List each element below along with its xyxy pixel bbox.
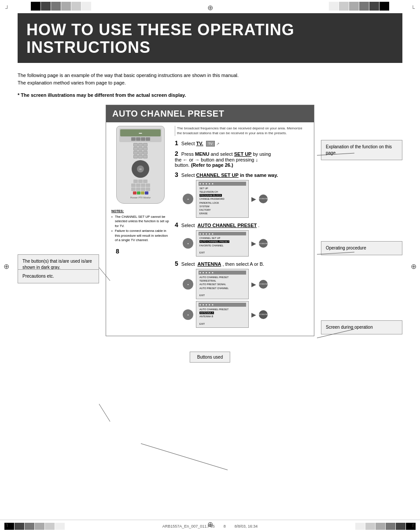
bottom-cb-7 — [355, 523, 365, 530]
color-block-2 — [41, 2, 51, 11]
remote-nav-center: OK — [137, 165, 144, 172]
color-block-11 — [369, 2, 379, 11]
screen-header-5b: ■■■■■ — [199, 303, 246, 307]
step-5-text: Select ANTENNA , then select A or B. — [181, 261, 264, 267]
callout-explanation: Explanation of the function on this page… — [321, 140, 402, 160]
set-enter-3: SET/ENTER — [259, 194, 268, 203]
crosshair-right: ⊕ — [411, 262, 416, 270]
crop-mark-tr: └ — [411, 5, 415, 11]
screen-box-5b: ■■■■■ AUTO CHANNEL PRESET ANTENNA A ANTE… — [196, 301, 249, 328]
remote-btn — [131, 137, 136, 141]
bottom-cb-11 — [396, 523, 405, 530]
remote-misc-buttons — [119, 180, 162, 183]
section-header: AUTO CHANNEL PRESET — [106, 105, 314, 122]
step-5: 5 Select ANTENNA , then select A or B. ●… — [175, 260, 310, 328]
notes-section: NOTES: The CHANNEL SET UP cannot be sele… — [110, 207, 171, 245]
bottom-cb-9 — [376, 523, 385, 530]
color-block-1 — [31, 2, 41, 11]
screen-content-5a: AUTO CHANNEL PRESET TERRESTRIAL AUTO PRE… — [199, 275, 246, 298]
screen-content-3: SET UP TELEVISION CH PROGRAM BLOCK CHANG… — [199, 186, 246, 216]
set-enter-5a: SET/ENTER — [259, 280, 268, 289]
step-3-num: 3 — [175, 171, 178, 178]
arrow-right-4: ▶ — [251, 240, 256, 247]
nav-circle-3: ● — [183, 194, 193, 204]
screen-content-5b: AUTO CHANNEL PRESET ANTENNA A ANTENNA B … — [199, 307, 246, 326]
remote-nav-circle: OK — [132, 160, 149, 178]
remote-btn — [146, 137, 150, 141]
screen-content-4: CHANNEL SET UP AUTO CHANNEL PRESET FAVOR… — [199, 236, 246, 255]
remote-top-buttons — [120, 137, 161, 141]
tv-icon: TV — [206, 141, 215, 147]
arrow-right-5a: ▶ — [251, 281, 256, 288]
remote-screen: ■■■ — [120, 129, 161, 136]
diagram-border: AUTO CHANNEL PRESET ■■■ — [106, 105, 314, 336]
intro-line2: The explanation method varies from page … — [18, 79, 402, 87]
page-title: HOW TO USE THESE OPERATING INSTRUCTIONS — [26, 21, 394, 56]
callout-buttons-used: Buttons used — [190, 352, 230, 363]
callout-operating-procedure: Operating procedure — [321, 241, 402, 255]
step-4-screen: ● ■■■■■ CHANNEL SET UP AUTO CHANNEL PRES… — [183, 230, 310, 257]
arrow-right-3: ▶ — [251, 195, 256, 202]
crop-mark-bl: ┐ — [5, 521, 9, 527]
remote-btn — [136, 137, 140, 141]
set-enter-5b: SET/ENTER — [259, 310, 268, 319]
color-block-12 — [379, 2, 389, 11]
nav-circle-5a: ● — [183, 279, 193, 290]
screen-header-5a: ■■■■■ — [199, 271, 246, 275]
right-column: The broadcast frequencies that can be re… — [175, 126, 310, 331]
svg-line-5 — [141, 444, 228, 470]
nav-circle-5b: ● — [183, 309, 193, 320]
bottom-color-blocks-left — [4, 523, 65, 530]
step-3: 3 Select CHANNEL SET UP in the same way.… — [175, 171, 310, 218]
color-block-8 — [339, 2, 349, 11]
step-2-num: 2 — [175, 150, 178, 157]
arrow-right-5b: ▶ — [251, 311, 256, 318]
screen-box-3: ■■■■■ SET UP TELEVISION CH PROGRAM BLOCK… — [196, 180, 249, 218]
step-1: 1 Select TV. TV ↗ — [175, 139, 310, 147]
color-block-3 — [51, 2, 61, 11]
set-enter-4: SET/ENTER — [259, 239, 268, 248]
notes-item-1: The CHANNEL SET UP cannot be selected un… — [111, 215, 169, 229]
bottom-cb-4 — [35, 523, 44, 530]
color-block-5 — [71, 2, 81, 11]
color-block-10 — [359, 2, 369, 11]
color-block-6 — [81, 2, 91, 11]
bottom-cb-3 — [25, 523, 34, 530]
step-1-text: Select TV. TV ↗ — [181, 141, 220, 146]
step-4-text: Select AUTO CHANNEL PRESET . — [181, 223, 259, 228]
nav-circle-4: ● — [183, 238, 193, 249]
diagram-area: AUTO CHANNEL PRESET ■■■ — [18, 105, 402, 336]
bottom-color-blocks-right — [355, 523, 416, 530]
intro-text: The following page is an example of the … — [18, 72, 402, 86]
notes-title: NOTES: — [111, 209, 169, 214]
intro-warning: * The screen illustrations may be differ… — [18, 92, 402, 98]
callout-precautions: Precautions etc. — [18, 269, 99, 283]
bottom-cb-6 — [55, 523, 65, 530]
step-3-text: Select CHANNEL SET UP in the same way. — [181, 172, 278, 178]
remote-control: ■■■ — [116, 126, 165, 204]
step-3-screen: ● ■■■■■ SET UP TELEVISION CH PROGRAM BLO… — [183, 180, 310, 218]
step-1-num: 1 — [175, 139, 178, 147]
step-4: 4 Select AUTO CHANNEL PRESET . ● ■■■■■ — [175, 221, 310, 257]
left-column: ■■■ — [110, 126, 171, 331]
crop-mark-br: ┌ — [411, 521, 415, 527]
bottom-cb-2 — [15, 523, 24, 530]
remote-top-section: ■■■ — [119, 128, 162, 142]
notes-item-2: Failure to connect antanna cable in this… — [111, 229, 169, 243]
crop-mark-tl: ┘ — [5, 5, 9, 11]
bottom-pagenum: 8 — [224, 524, 226, 528]
screen-header-3: ■■■■■ — [199, 182, 246, 186]
crosshair-left: ⊕ — [4, 262, 9, 270]
bottom-date: 8/8/03, 16:34 — [235, 524, 258, 528]
bottom-cb-5 — [45, 523, 55, 530]
step-5a-screen: ● ■■■■■ AUTO CHANNEL PRESET TERRESTRIAL … — [183, 269, 310, 299]
bottom-cb-8 — [365, 523, 375, 530]
main-content: HOW TO USE THESE OPERATING INSTRUCTIONS … — [18, 13, 402, 514]
screen-box-4: ■■■■■ CHANNEL SET UP AUTO CHANNEL PRESET… — [196, 230, 249, 257]
remote-row4 — [119, 191, 162, 194]
step-2: 2 Press MENU and select SET UP by using … — [175, 150, 310, 168]
intro-line1: The following page is an example of the … — [18, 72, 402, 79]
title-section: HOW TO USE THESE OPERATING INSTRUCTIONS — [18, 13, 402, 63]
color-block-9 — [349, 2, 359, 11]
color-block-7 — [329, 2, 339, 11]
